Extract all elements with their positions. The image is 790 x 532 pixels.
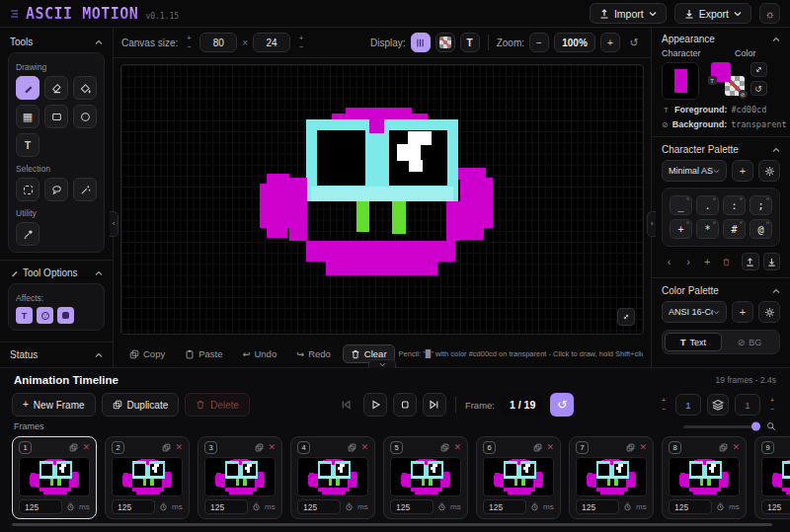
- import-palette-button[interactable]: [763, 253, 780, 270]
- affects-color-toggle[interactable]: [37, 307, 53, 324]
- reset-colors-button[interactable]: ↺: [750, 81, 767, 96]
- palette-char-button[interactable]: #: [723, 219, 746, 239]
- frame-card[interactable]: 7 ✕ ms: [569, 436, 654, 519]
- play-button[interactable]: [363, 393, 387, 417]
- fill-bucket-tool-button[interactable]: [73, 76, 97, 100]
- status-section-header[interactable]: Status: [8, 346, 105, 363]
- frame-card[interactable]: 1 ✕ ms: [12, 436, 97, 519]
- onion-prev-increment[interactable]: +: [658, 397, 670, 405]
- loop-toggle-button[interactable]: ↺: [550, 393, 574, 417]
- palette-char-button[interactable]: *: [696, 219, 719, 239]
- frame-card[interactable]: 2 ✕ ms: [105, 436, 190, 519]
- bg-color-tab[interactable]: ⊘ BG: [722, 333, 777, 351]
- color-palette-select[interactable]: ANSI 16-Colo: [662, 301, 727, 323]
- canvas-resize-handle[interactable]: [617, 308, 635, 326]
- frame-card[interactable]: 5 ✕ ms: [383, 436, 468, 519]
- duplicate-frame-icon[interactable]: [162, 443, 171, 452]
- zoom-out-button[interactable]: −: [529, 33, 549, 52]
- remove-frame-icon[interactable]: ✕: [639, 443, 647, 452]
- frame-duration-input[interactable]: [483, 499, 526, 514]
- palette-char-button[interactable]: ;: [750, 195, 772, 215]
- lasso-tool-button[interactable]: [44, 178, 68, 201]
- frame-card[interactable]: 9 ✕ ms: [754, 436, 790, 519]
- delete-frame-button[interactable]: Delete: [185, 393, 250, 417]
- skip-to-start-button[interactable]: [334, 393, 357, 417]
- frame-duration-input[interactable]: [669, 499, 712, 514]
- export-button[interactable]: Export: [674, 3, 751, 24]
- onion-skin-toggle[interactable]: [707, 394, 729, 416]
- magic-wand-tool-button[interactable]: [73, 178, 97, 201]
- text-display-toggle[interactable]: T: [460, 33, 480, 52]
- thumbnail-zoom-slider[interactable]: [683, 425, 760, 428]
- remove-frame-icon[interactable]: ✕: [268, 443, 276, 452]
- frame-card[interactable]: 4 ✕ ms: [290, 436, 375, 519]
- duplicate-frame-icon[interactable]: [255, 443, 264, 452]
- drawing-canvas[interactable]: [120, 64, 644, 335]
- palette-char-button[interactable]: :: [723, 195, 746, 215]
- left-panel-collapse-handle[interactable]: ‹: [110, 211, 118, 237]
- frame-card[interactable]: 8 ✕ ms: [662, 436, 747, 519]
- duplicate-frame-icon[interactable]: [626, 443, 635, 452]
- duplicate-frame-button[interactable]: Duplicate: [102, 393, 180, 417]
- add-char-button[interactable]: +: [700, 253, 715, 270]
- onion-next-increment[interactable]: +: [766, 397, 778, 405]
- remove-frame-icon[interactable]: ✕: [360, 443, 368, 452]
- width-increment-button[interactable]: +: [183, 35, 195, 42]
- stop-button[interactable]: [393, 393, 417, 417]
- char-palette-section-header[interactable]: Character Palette: [662, 144, 780, 155]
- appearance-section-header[interactable]: Appearance: [662, 34, 780, 46]
- remove-frame-icon[interactable]: ✕: [82, 443, 90, 452]
- skip-to-end-button[interactable]: [423, 393, 446, 417]
- frames-scrollbar[interactable]: [12, 523, 772, 526]
- palette-char-button[interactable]: _: [670, 195, 692, 215]
- tool-options-section-header[interactable]: Tool Options: [8, 265, 105, 281]
- frame-duration-input[interactable]: [112, 499, 155, 514]
- export-palette-button[interactable]: [742, 253, 758, 270]
- duplicate-frame-icon[interactable]: [719, 443, 728, 452]
- canvas-height-input[interactable]: 24: [253, 33, 290, 52]
- theme-toggle-button[interactable]: ☼: [759, 3, 780, 24]
- rectangle-tool-button[interactable]: [44, 105, 68, 128]
- remove-frame-icon[interactable]: ✕: [453, 443, 461, 452]
- duplicate-frame-icon[interactable]: [69, 443, 78, 452]
- redo-button[interactable]: ↪ Redo: [288, 344, 339, 363]
- zoom-reset-button[interactable]: ↺: [625, 34, 643, 51]
- color-palette-settings-button[interactable]: [758, 301, 780, 323]
- paste-button[interactable]: Paste: [177, 344, 230, 363]
- delete-char-button[interactable]: [719, 253, 734, 270]
- height-decrement-button[interactable]: −: [295, 43, 307, 51]
- palette-char-button[interactable]: .: [696, 195, 719, 215]
- frame-duration-input[interactable]: [204, 499, 248, 514]
- color-palette-section-header[interactable]: Color Palette: [662, 285, 780, 296]
- eraser-tool-button[interactable]: [44, 76, 68, 100]
- transparency-display-toggle[interactable]: [435, 33, 455, 52]
- frame-card[interactable]: 6 ✕ ms: [476, 436, 561, 519]
- duplicate-frame-icon[interactable]: [440, 443, 449, 452]
- frame-duration-input[interactable]: [390, 499, 434, 514]
- new-frame-button[interactable]: + New Frame: [12, 393, 96, 417]
- grid-display-toggle[interactable]: [411, 33, 431, 52]
- remove-frame-icon[interactable]: ✕: [175, 443, 183, 452]
- affects-background-toggle[interactable]: [57, 307, 74, 324]
- right-panel-collapse-handle[interactable]: ›: [647, 211, 656, 237]
- prev-char-button[interactable]: ‹: [662, 253, 676, 270]
- zoom-in-button[interactable]: +: [600, 33, 620, 52]
- frame-duration-input[interactable]: [761, 499, 790, 514]
- height-increment-button[interactable]: +: [295, 35, 307, 42]
- canvas-width-input[interactable]: 80: [199, 33, 237, 52]
- slider-thumb[interactable]: [751, 422, 760, 431]
- onion-next-count[interactable]: 1: [735, 394, 760, 416]
- pattern-tool-button[interactable]: ▦: [16, 105, 40, 128]
- import-button[interactable]: Import: [590, 3, 667, 24]
- char-palette-settings-button[interactable]: [758, 160, 780, 182]
- undo-button[interactable]: ↩ Undo: [234, 344, 284, 363]
- add-char-palette-button[interactable]: +: [732, 160, 753, 182]
- duplicate-frame-icon[interactable]: [348, 443, 356, 452]
- remove-frame-icon[interactable]: ✕: [732, 443, 740, 452]
- palette-char-button[interactable]: +: [670, 219, 692, 239]
- timeline-collapse-handle[interactable]: [368, 359, 396, 368]
- duplicate-frame-icon[interactable]: [533, 443, 542, 452]
- frame-duration-input[interactable]: [19, 499, 62, 514]
- ellipse-tool-button[interactable]: [73, 105, 97, 128]
- text-tool-button[interactable]: T: [16, 133, 40, 157]
